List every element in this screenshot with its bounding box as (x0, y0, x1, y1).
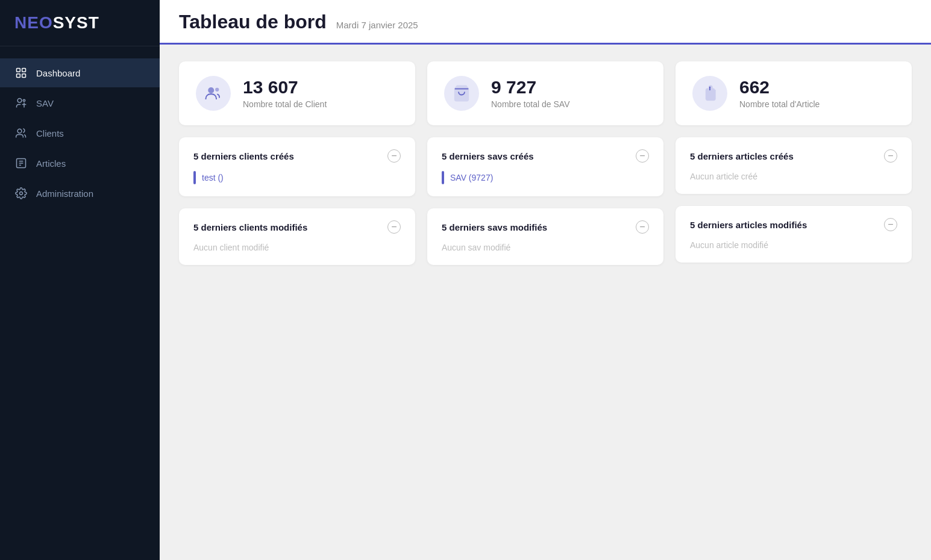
collapse-clients-created-button[interactable]: − (387, 149, 401, 163)
article-stat-icon (701, 84, 719, 102)
activity-title-clients-created: 5 derniers clients créés (193, 151, 294, 161)
administration-icon (14, 187, 28, 200)
collapse-articles-modified-button[interactable]: − (884, 218, 897, 231)
svg-point-13 (215, 88, 219, 92)
sidebar-item-sav[interactable]: SAV (0, 89, 160, 117)
stat-label-clients: Nombre total de Client (243, 99, 327, 109)
collapse-articles-created-button[interactable]: − (884, 149, 897, 163)
dashboard-icon (14, 66, 28, 79)
stat-label-sav: Nombre total de SAV (491, 99, 569, 109)
stat-number-articles: 662 (739, 78, 820, 96)
articles-modified-empty: Aucun article modifié (690, 240, 768, 250)
sidebar-item-label: Administration (36, 188, 93, 199)
activity-title-savs-modified: 5 derniers savs modifiés (442, 222, 547, 232)
svg-point-6 (17, 129, 22, 133)
activity-title-articles-modified: 5 derniers articles modifiés (690, 220, 807, 230)
activity-row: 5 derniers clients créés − test () 5 der… (179, 137, 912, 265)
sidebar: NEOSYST Dashboard (0, 0, 160, 560)
activity-title-savs-created: 5 derniers savs créés (442, 151, 534, 161)
svg-rect-3 (22, 74, 26, 78)
clients-stat-icon-wrap (196, 76, 231, 111)
sav-icon (14, 96, 28, 110)
stat-number-clients: 13 607 (243, 78, 327, 96)
activity-col-clients: 5 derniers clients créés − test () 5 der… (179, 137, 415, 265)
stat-card-articles: 662 Nombre total d'Article (676, 61, 912, 125)
sidebar-item-articles[interactable]: Articles (0, 149, 160, 178)
app-logo: NEOSYST (14, 13, 145, 33)
page-date: Mardi 7 janvier 2025 (336, 20, 418, 30)
svg-rect-1 (22, 69, 26, 72)
activity-card-header-savs-modified: 5 derniers savs modifiés − (442, 220, 649, 234)
activity-title-clients-modified: 5 derniers clients modifiés (193, 222, 307, 232)
sidebar-item-administration[interactable]: Administration (0, 179, 160, 208)
main-header: Tableau de bord Mardi 7 janvier 2025 (160, 0, 931, 45)
sidebar-item-clients[interactable]: Clients (0, 119, 160, 148)
svg-point-4 (17, 99, 22, 103)
clients-nav-icon (14, 126, 28, 140)
collapse-savs-created-button[interactable]: − (636, 149, 649, 163)
activity-link-clients-created: test () (193, 171, 401, 184)
client-link[interactable]: test () (202, 173, 224, 182)
logo-area: NEOSYST (0, 0, 160, 46)
clients-stat-icon (204, 84, 222, 102)
main-content: 13 607 Nombre total de Client 9 727 Nomb… (160, 45, 931, 282)
sidebar-item-label: Dashboard (36, 68, 80, 78)
activity-col-articles: 5 derniers articles créés − Aucun articl… (676, 137, 912, 265)
activity-link-savs-created: SAV (9727) (442, 171, 649, 184)
activity-card-clients-modified: 5 derniers clients modifiés − Aucun clie… (179, 208, 415, 265)
sidebar-item-label: Clients (36, 128, 64, 138)
stat-label-articles: Nombre total d'Article (739, 99, 820, 109)
svg-point-12 (208, 87, 214, 93)
activity-col-savs: 5 derniers savs créés − SAV (9727) 5 der… (427, 137, 663, 265)
svg-rect-0 (17, 69, 20, 72)
stat-info-sav: 9 727 Nombre total de SAV (491, 78, 569, 109)
activity-card-header-savs-created: 5 derniers savs créés − (442, 149, 649, 163)
activity-card-savs-created: 5 derniers savs créés − SAV (9727) (427, 137, 663, 196)
activity-card-header-articles-modified: 5 derniers articles modifiés − (690, 218, 897, 231)
activity-card-savs-modified: 5 derniers savs modifiés − Aucun sav mod… (427, 208, 663, 265)
collapse-savs-modified-button[interactable]: − (636, 220, 649, 234)
activity-card-articles-modified: 5 derniers articles modifiés − Aucun art… (676, 206, 912, 263)
articles-icon (14, 157, 28, 170)
svg-rect-2 (17, 74, 20, 78)
page-title: Tableau de bord (179, 11, 327, 33)
stats-row: 13 607 Nombre total de Client 9 727 Nomb… (179, 61, 912, 125)
sav-stat-icon-wrap (444, 76, 479, 111)
sidebar-item-label: SAV (36, 98, 54, 108)
sidebar-item-dashboard[interactable]: Dashboard (0, 58, 160, 87)
articles-created-empty: Aucun article créé (690, 172, 757, 181)
collapse-clients-modified-button[interactable]: − (387, 220, 401, 234)
main-area: Tableau de bord Mardi 7 janvier 2025 13 … (160, 0, 931, 560)
stat-card-sav: 9 727 Nombre total de SAV (427, 61, 663, 125)
sidebar-item-label: Articles (36, 158, 66, 169)
logo-text: NEO (14, 13, 53, 32)
stat-info-articles: 662 Nombre total d'Article (739, 78, 820, 109)
stat-number-sav: 9 727 (491, 78, 569, 96)
activity-card-header-clients-modified: 5 derniers clients modifiés − (193, 220, 401, 234)
activity-card-articles-created: 5 derniers articles créés − Aucun articl… (676, 137, 912, 194)
link-bar (193, 171, 196, 184)
link-bar (442, 171, 444, 184)
activity-title-articles-created: 5 derniers articles créés (690, 151, 794, 161)
sav-link[interactable]: SAV (9727) (450, 173, 493, 182)
activity-card-header-articles-created: 5 derniers articles créés − (690, 149, 897, 163)
activity-card-clients-created: 5 derniers clients créés − test () (179, 137, 415, 196)
sidebar-nav: Dashboard SAV (0, 46, 160, 220)
svg-point-11 (20, 192, 23, 195)
svg-point-5 (23, 99, 25, 101)
stat-info-clients: 13 607 Nombre total de Client (243, 78, 327, 109)
stat-card-clients: 13 607 Nombre total de Client (179, 61, 415, 125)
articles-stat-icon-wrap (692, 76, 727, 111)
svg-point-15 (709, 87, 711, 89)
clients-modified-empty: Aucun client modifié (193, 243, 269, 252)
savs-modified-empty: Aucun sav modifié (442, 243, 510, 252)
cart-stat-icon (453, 84, 471, 102)
activity-card-header-clients-created: 5 derniers clients créés − (193, 149, 401, 163)
